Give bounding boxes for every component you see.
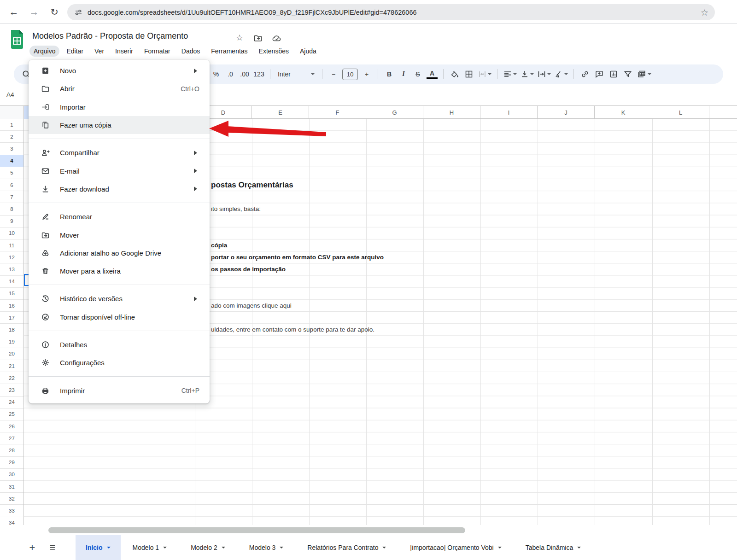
row-header-17[interactable]: 17 — [0, 312, 23, 324]
menu-dados[interactable]: Dados — [177, 46, 204, 57]
row-header-8[interactable]: 8 — [0, 203, 23, 215]
menu-item-tornar-dispon-vel-off-line[interactable]: Tornar disponível off-line — [29, 308, 210, 326]
row-header-33[interactable]: 33 — [0, 505, 23, 517]
menu-item-mover-para-a-lixeira[interactable]: Mover para a lixeira — [29, 262, 210, 280]
row-header-11[interactable]: 11 — [0, 239, 23, 251]
font-family-select[interactable]: Inter — [276, 68, 316, 81]
cloud-saved-icon[interactable] — [272, 34, 282, 43]
cell-name-box[interactable]: A4 — [6, 91, 14, 98]
row-header-19[interactable]: 19 — [0, 336, 23, 348]
sheet-tab-modelo-3[interactable]: Modelo 3 — [237, 535, 296, 560]
row-header-28[interactable]: 28 — [0, 444, 23, 456]
create-filter-button[interactable] — [622, 68, 633, 81]
browser-forward-button[interactable]: → — [27, 5, 41, 19]
row-header-3[interactable]: 3 — [0, 143, 23, 155]
menu-extensões[interactable]: Extensões — [255, 46, 293, 57]
font-size-input[interactable]: 10 — [342, 69, 358, 80]
menu-item-imprimir[interactable]: ImprimirCtrl+P — [29, 381, 210, 399]
horizontal-scrollbar-thumb[interactable] — [48, 527, 465, 533]
decrease-decimals-button[interactable]: .0 — [225, 68, 236, 81]
site-settings-icon[interactable] — [74, 8, 83, 17]
menu-item-importar[interactable]: Importar — [29, 98, 210, 116]
menu-arquivo[interactable]: Arquivo — [29, 46, 59, 57]
fill-color-button[interactable] — [449, 68, 460, 81]
sheet-tab-modelo-2[interactable]: Modelo 2 — [179, 535, 237, 560]
tab-dropdown-icon[interactable] — [163, 547, 167, 550]
italic-button[interactable]: I — [398, 68, 409, 81]
row-header-20[interactable]: 20 — [0, 348, 23, 360]
text-wrap-button[interactable] — [537, 68, 551, 81]
menu-formatar[interactable]: Formatar — [140, 46, 175, 57]
star-document-icon[interactable]: ☆ — [236, 33, 243, 43]
menu-item-compartilhar[interactable]: Compartilhar — [29, 144, 210, 162]
menu-item-fazer-uma-c-pia[interactable]: Fazer uma cópia — [29, 116, 210, 134]
sheet-tab--importacao-or-amento-vobi[interactable]: [importacao] Orçamento Vobi — [398, 535, 513, 560]
row-header-10[interactable]: 10 — [0, 228, 23, 239]
row-header-24[interactable]: 24 — [0, 397, 23, 408]
menu-inserir[interactable]: Inserir — [111, 46, 137, 57]
row-header-21[interactable]: 21 — [0, 360, 23, 372]
vertical-align-button[interactable] — [520, 68, 534, 81]
increase-decimals-button[interactable]: .00 — [239, 68, 250, 81]
menu-item-hist-rico-de-vers-es[interactable]: Histórico de versões — [29, 290, 210, 308]
sheet-tab-modelo-1[interactable]: Modelo 1 — [121, 535, 179, 560]
menu-ajuda[interactable]: Ajuda — [296, 46, 321, 57]
row-header-22[interactable]: 22 — [0, 372, 23, 384]
browser-back-button[interactable]: ← — [6, 5, 21, 19]
insert-comment-button[interactable] — [594, 68, 605, 81]
merge-cells-button[interactable] — [478, 68, 491, 81]
tab-dropdown-icon[interactable] — [107, 547, 111, 550]
sheet-tab-relat-rios-para-contrato[interactable]: Relatórios Para Contrato — [295, 535, 398, 560]
bold-button[interactable]: B — [384, 68, 395, 81]
menu-item-detalhes[interactable]: Detalhes — [29, 336, 210, 354]
add-sheet-button[interactable]: + — [22, 535, 42, 560]
row-header-18[interactable]: 18 — [0, 324, 23, 336]
column-header-L[interactable]: L — [652, 106, 709, 119]
menu-editar[interactable]: Editar — [62, 46, 88, 57]
sheet-views-button[interactable] — [637, 68, 651, 81]
row-header-27[interactable]: 27 — [0, 432, 23, 444]
document-title[interactable]: Modelos Padrão - Proposta de Orçamento — [32, 31, 188, 41]
strikethrough-button[interactable]: S — [412, 68, 423, 81]
decrease-font-size-button[interactable]: − — [328, 68, 339, 81]
format-percent-button[interactable]: % — [211, 68, 222, 81]
menu-item-configura-es[interactable]: Configurações — [29, 354, 210, 372]
column-header-I[interactable]: I — [480, 106, 538, 119]
menu-item-adicionar-atalho-ao-google-drive[interactable]: Adicionar atalho ao Google Drive — [29, 244, 210, 262]
row-header-13[interactable]: 13 — [0, 263, 23, 275]
browser-address-bar[interactable]: docs.google.com/spreadsheets/d/1Uu9ultOE… — [67, 4, 715, 20]
insert-chart-button[interactable] — [608, 68, 619, 81]
row-header-30[interactable]: 30 — [0, 469, 23, 481]
row-header-5[interactable]: 5 — [0, 167, 23, 179]
insert-link-button[interactable] — [579, 68, 591, 81]
tab-dropdown-icon[interactable] — [222, 547, 225, 550]
row-header-12[interactable]: 12 — [0, 251, 23, 263]
menu-item-renomear[interactable]: Renomear — [29, 208, 210, 226]
row-header-6[interactable]: 6 — [0, 179, 23, 191]
row-header-23[interactable]: 23 — [0, 384, 23, 396]
menu-item-fazer-download[interactable]: Fazer download — [29, 180, 210, 198]
move-document-icon[interactable] — [253, 34, 263, 43]
row-header-4[interactable]: 4 — [0, 155, 23, 167]
column-header-H[interactable]: H — [423, 106, 480, 119]
column-header-G[interactable]: G — [366, 106, 423, 119]
row-header-15[interactable]: 15 — [0, 288, 23, 300]
tab-dropdown-icon[interactable] — [382, 547, 386, 550]
row-header-32[interactable]: 32 — [0, 493, 23, 505]
menu-ferramentas[interactable]: Ferramentas — [207, 46, 252, 57]
menu-item-mover[interactable]: Mover — [29, 226, 210, 244]
menu-item-e-mail[interactable]: E-mail — [29, 162, 210, 180]
horizontal-align-button[interactable] — [503, 68, 517, 81]
sheet-tab-in-cio[interactable]: Início — [76, 535, 121, 560]
row-header-9[interactable]: 9 — [0, 216, 23, 228]
increase-font-size-button[interactable]: + — [361, 68, 372, 81]
menu-item-novo[interactable]: Novo — [29, 62, 210, 80]
row-header-7[interactable]: 7 — [0, 191, 23, 203]
row-header-29[interactable]: 29 — [0, 457, 23, 469]
text-rotation-button[interactable] — [554, 68, 568, 81]
menu-ver[interactable]: Ver — [90, 46, 108, 57]
text-color-button[interactable]: A — [427, 70, 438, 79]
tab-dropdown-icon[interactable] — [280, 547, 283, 550]
tab-dropdown-icon[interactable] — [577, 547, 581, 550]
row-header-31[interactable]: 31 — [0, 481, 23, 493]
